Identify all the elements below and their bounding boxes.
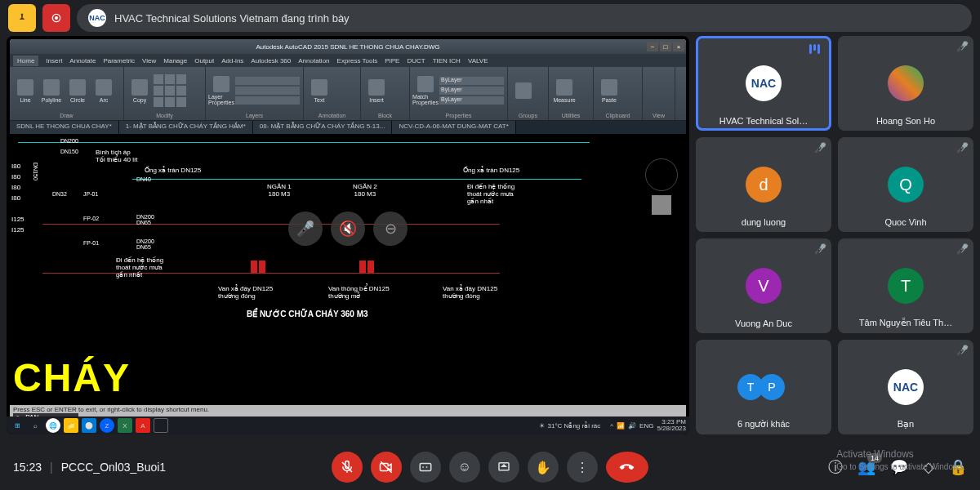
record-button[interactable] (42, 4, 70, 32)
present-button[interactable] (488, 452, 519, 483)
participant-tile[interactable]: QQuoc Vinh🎤̸ (838, 137, 973, 232)
mic-off-icon[interactable]: 🎤 (288, 212, 323, 246)
captions-button[interactable] (410, 452, 441, 483)
minimize-icon[interactable]: − (647, 42, 658, 51)
raise-hand-button[interactable]: ✋ (528, 452, 559, 483)
presenter-avatar: NAC (88, 9, 106, 27)
participant-tile[interactable]: NACBạn🎤̸ (838, 340, 973, 434)
mic-button[interactable] (332, 452, 363, 483)
drawing-canvas[interactable]: Bình tích áp Tối thiểu 40 lít Ống xả trà… (10, 134, 686, 405)
shared-screen: Autodesk AutoCAD 2015 SDNL HE THONG CHUA… (7, 36, 689, 434)
nav-compass[interactable] (645, 158, 678, 191)
presenter-banner: NAC HVAC Technical Solutions Vietnam đan… (77, 4, 972, 32)
muted-icon: 🎤̸ (814, 142, 826, 154)
participant-tile[interactable]: Hoang Son Ho🎤̸ (838, 36, 973, 131)
more-button[interactable]: ⋮ (567, 452, 598, 483)
meeting-toolbar: 15:23 | PCCC_Onl03_Buoi1 ☺ ✋ ⋮ ⓘ 👥14 💬 ◇… (0, 444, 980, 490)
view-cube[interactable] (652, 195, 671, 215)
ribbon[interactable]: LinePolylineCircleArcDraw CopyModify Lay… (10, 67, 686, 121)
maximize-icon[interactable]: □ (660, 42, 671, 51)
ribbon-tabs[interactable]: HomeInsertAnnotateParametricViewManageOu… (10, 54, 686, 67)
start-icon[interactable]: ⊞ (10, 418, 24, 433)
meeting-time: 15:23 (13, 461, 42, 474)
muted-icon: 🎤̸ (814, 243, 826, 255)
meeting-title: PCCC_Onl03_Buoi1 (61, 461, 166, 474)
muted-icon: 🎤̸ (956, 142, 969, 154)
volume-off-icon[interactable]: 🔇 (331, 212, 365, 246)
muted-icon: 🎤̸ (956, 243, 969, 255)
camera-button[interactable] (371, 452, 402, 483)
muted-icon: 🎤̸ (956, 41, 969, 52)
presenter-text: HVAC Technical Solutions Vietnam đang tr… (114, 12, 350, 24)
svg-point-1 (55, 16, 58, 20)
autocad-titlebar: Autodesk AutoCAD 2015 SDNL HE THONG CHUA… (10, 39, 686, 54)
participant-tile[interactable]: ddung luong🎤̸ (696, 137, 831, 232)
participant-tile[interactable]: TTâm Nguyễn Tiêu Th…🎤̸ (838, 238, 973, 333)
muted-icon: 🎤̸ (956, 345, 969, 356)
drawing-title: CHÁY (13, 355, 131, 400)
share-overlay-controls: 🎤 🔇 ⊖ (288, 212, 408, 246)
participant-tile[interactable]: NACHVAC Technical Sol… (696, 36, 831, 131)
search-icon[interactable]: ⌕ (28, 418, 42, 433)
windows-taskbar[interactable]: ⊞ ⌕ 🌐 📁 ⚪ Z X A ☀31°C Nắng rải rác ^ 📶🔊 … (7, 416, 689, 434)
pin-button[interactable] (8, 4, 36, 32)
participant-tile[interactable]: TP6 người khác (696, 340, 831, 434)
close-icon[interactable]: × (673, 42, 684, 51)
activate-windows-watermark: Activate Windows Go to Settings to activ… (836, 448, 965, 472)
remove-icon[interactable]: ⊖ (373, 212, 408, 246)
svg-rect-4 (420, 464, 431, 471)
hangup-button[interactable] (606, 452, 648, 483)
document-tabs[interactable]: SDNL HE THONG CHUA CHAY*1- MẶT BẰNG CHỮA… (10, 121, 686, 134)
reactions-button[interactable]: ☺ (449, 452, 480, 483)
participant-tile[interactable]: VVuong An Duc🎤̸ (696, 238, 831, 333)
